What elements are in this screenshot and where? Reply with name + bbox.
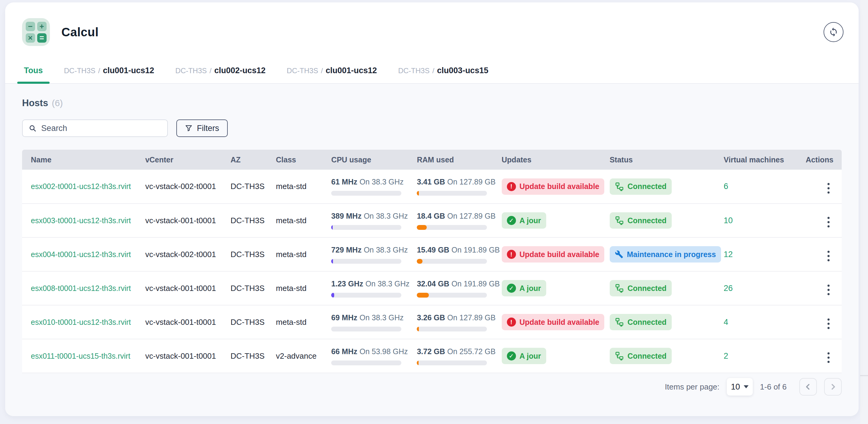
col-cpu: CPU usage <box>331 150 417 170</box>
updates-badge: !Update build available <box>502 314 604 330</box>
col-name: Name <box>22 150 145 170</box>
row-actions-menu[interactable] <box>826 316 831 331</box>
vm-count-link[interactable]: 26 <box>724 284 733 293</box>
class-value: meta-std <box>276 250 306 259</box>
az-value: DC-TH3S <box>230 352 265 361</box>
cpu-usage: 61 MHz On 38.3 GHz <box>331 177 417 196</box>
vm-count-link[interactable]: 6 <box>724 182 728 191</box>
class-value: meta-std <box>276 182 306 191</box>
section-heading: Hosts (6) <box>22 98 842 109</box>
row-actions-menu[interactable] <box>826 351 831 365</box>
check-icon: ✓ <box>507 284 516 293</box>
cpu-usage: 729 MHz On 38.3 GHz <box>331 245 417 264</box>
background-divider <box>860 375 868 376</box>
tab-cluster-4[interactable]: DC-TH3S / clu003-ucs15 <box>396 66 490 83</box>
next-page-button[interactable] <box>824 378 842 396</box>
tab-cluster-2[interactable]: DC-TH3S / clu002-ucs12 <box>174 66 267 83</box>
updates-badge: ✓A jour <box>502 212 546 229</box>
cpu-usage: 1.23 GHz On 38.3 GHz <box>331 279 417 298</box>
host-name-link[interactable]: esx002-t0001-ucs12-th3s.rvirt <box>31 182 131 190</box>
ram-used: 3.26 GB On 127.89 GB <box>417 313 501 331</box>
tab-cluster-1[interactable]: DC-TH3S / clu001-ucs12 <box>62 66 156 83</box>
vm-count-link[interactable]: 10 <box>724 216 733 225</box>
ram-progress-bar <box>417 225 487 230</box>
col-az: AZ <box>230 150 276 170</box>
az-value: DC-TH3S <box>230 250 265 259</box>
cpu-progress-bar <box>331 327 401 331</box>
table-body: esx002-t0001-ucs12-th3s.rvirtvc-vstack-0… <box>22 170 842 373</box>
row-actions-menu[interactable] <box>826 249 831 263</box>
host-name-link[interactable]: esx010-t0001-ucs12-th3s.rvirt <box>31 318 131 326</box>
vcenter-value: vc-vstack-001-t0001 <box>145 352 216 361</box>
col-vcenter: vCenter <box>145 150 230 170</box>
multiply-icon: × <box>26 33 35 43</box>
host-name-link[interactable]: esx011-t0001-ucs15-th3s.rvirt <box>31 352 130 360</box>
hosts-section: Hosts (6) Filters Name vCenter <box>5 84 859 416</box>
table-row: esx010-t0001-ucs12-th3s.rvirtvc-vstack-0… <box>22 305 842 339</box>
table-row: esx011-t0001-ucs15-th3s.rvirtvc-vstack-0… <box>22 339 842 373</box>
col-updates: Updates <box>502 150 610 170</box>
vm-count-link[interactable]: 12 <box>724 250 733 259</box>
ram-progress-bar <box>417 327 487 331</box>
vcenter-value: vc-vstack-002-t0001 <box>145 250 216 259</box>
network-icon <box>615 317 624 327</box>
plus-icon: + <box>37 22 46 31</box>
vcenter-value: vc-vstack-001-t0001 <box>145 284 216 293</box>
table-row: esx008-t0001-ucs12-th3s.rvirtvc-vstack-0… <box>22 271 842 305</box>
updates-badge: ✓A jour <box>502 348 546 364</box>
cpu-progress-bar <box>331 361 401 365</box>
class-value: v2-advance <box>276 352 316 361</box>
alert-icon: ! <box>507 317 516 327</box>
row-actions-menu[interactable] <box>826 181 831 195</box>
row-actions-menu[interactable] <box>826 215 831 229</box>
network-icon <box>615 352 624 361</box>
items-per-page-label: Items per page: <box>665 382 719 392</box>
table-row: esx004-t0001-ucs12-th3s.rvirtvc-vstack-0… <box>22 237 842 271</box>
az-value: DC-TH3S <box>230 284 265 293</box>
status-badge: Connected <box>610 178 672 195</box>
search-input[interactable] <box>41 124 161 133</box>
ram-progress-bar <box>417 293 487 298</box>
background-page-edge <box>860 0 868 424</box>
hosts-count: (6) <box>52 98 63 108</box>
previous-page-button[interactable] <box>799 378 817 396</box>
toolbar: Filters <box>22 119 842 137</box>
status-badge: Connected <box>610 314 672 330</box>
updates-badge: ✓A jour <box>502 280 546 296</box>
cluster-tabs: Tous DC-TH3S / clu001-ucs12 DC-TH3S / cl… <box>5 46 859 84</box>
refresh-button[interactable] <box>824 22 843 42</box>
cpu-usage: 389 MHz On 38.3 GHz <box>331 211 417 230</box>
page-title: Calcul <box>61 25 99 39</box>
vcenter-value: vc-vstack-001-t0001 <box>145 317 216 327</box>
status-badge: Connected <box>610 212 672 229</box>
az-value: DC-TH3S <box>230 317 265 327</box>
table-header-row: Name vCenter AZ Class CPU usage RAM used… <box>22 150 842 170</box>
status-badge: Maintenance in progress <box>610 246 721 263</box>
table-row: esx003-t0001-ucs12-th3s.rvirtvc-vstack-0… <box>22 204 842 237</box>
host-name-link[interactable]: esx008-t0001-ucs12-th3s.rvirt <box>31 284 131 293</box>
ram-used: 32.04 GB On 191.89 GB <box>417 279 501 298</box>
compute-card: − + × = Calcul Tous DC-TH3S / clu001-ucs… <box>5 2 859 416</box>
ram-progress-bar <box>417 259 487 264</box>
refresh-icon <box>829 27 838 37</box>
ram-used: 15.49 GB On 191.89 GB <box>417 245 501 264</box>
tab-cluster-3[interactable]: DC-TH3S / clu001-ucs12 <box>285 66 379 83</box>
col-class: Class <box>276 150 331 170</box>
tab-tous[interactable]: Tous <box>22 66 45 83</box>
col-ram: RAM used <box>417 150 501 170</box>
vm-count-link[interactable]: 2 <box>724 352 728 361</box>
filters-button[interactable]: Filters <box>176 119 228 137</box>
status-badge: Connected <box>610 280 672 296</box>
cpu-usage: 69 MHz On 38.3 GHz <box>331 313 417 331</box>
host-name-link[interactable]: esx004-t0001-ucs12-th3s.rvirt <box>31 250 131 259</box>
vm-count-link[interactable]: 4 <box>724 317 728 327</box>
host-name-link[interactable]: esx003-t0001-ucs12-th3s.rvirt <box>31 216 131 225</box>
cpu-progress-bar <box>331 191 401 196</box>
calculator-icon: − + × = <box>22 18 50 46</box>
page-size-select[interactable]: 10 <box>727 378 753 396</box>
col-vms: Virtual machines <box>724 150 806 170</box>
ram-progress-bar <box>417 361 487 365</box>
equals-icon: = <box>37 33 46 43</box>
row-actions-menu[interactable] <box>826 283 831 297</box>
card-header: − + × = Calcul <box>5 2 859 46</box>
